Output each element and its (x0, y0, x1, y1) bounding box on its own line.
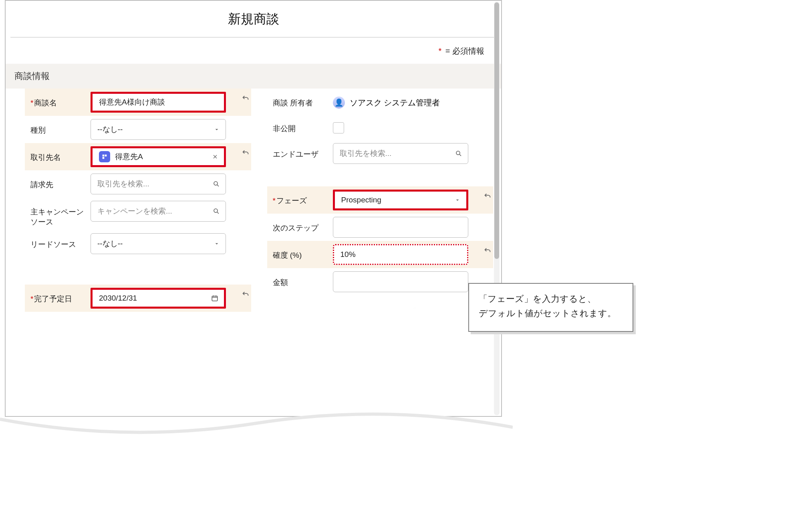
lead-source-select[interactable]: --なし-- (91, 233, 226, 254)
label-close-date: 完了予定日 (34, 295, 72, 303)
private-checkbox[interactable] (333, 122, 344, 133)
asterisk-icon: * (30, 99, 33, 107)
field-owner: 商談 所有者 👤 ソアスク システム管理者 (267, 89, 494, 114)
label-private: 非公開 (267, 117, 333, 134)
required-note: * = 必須情報 (6, 38, 501, 57)
asterisk-icon: * (30, 295, 33, 303)
label-campaign-source: 主キャンペーンソース (25, 201, 91, 227)
label-opportunity-name: 商談名 (34, 99, 57, 107)
search-icon (455, 150, 462, 157)
undo-icon[interactable] (482, 245, 493, 256)
undo-icon[interactable] (240, 289, 251, 300)
scrollbar-thumb[interactable] (494, 2, 499, 259)
svg-rect-2 (103, 157, 105, 159)
field-close-date: *完了予定日 2030/12/31 (25, 285, 251, 312)
field-account-name: 取引先名 得意先A (25, 143, 251, 170)
probability-input[interactable]: 10% (333, 244, 468, 265)
field-next-step: 次のステップ (267, 214, 494, 241)
close-date-input[interactable]: 2030/12/31 (91, 288, 226, 309)
label-next-step: 次のステップ (267, 217, 333, 233)
svg-rect-5 (212, 296, 218, 301)
label-probability: 確度 (%) (267, 244, 333, 261)
owner-name: ソアスク システム管理者 (350, 97, 440, 108)
asterisk-icon: * (273, 196, 276, 205)
undo-icon[interactable] (240, 147, 251, 158)
label-type: 種別 (25, 119, 91, 135)
label-billing: 請求先 (25, 174, 91, 190)
callout: 「フェーズ」を入力すると、 デフォルト値がセットされます。 (468, 283, 633, 332)
campaign-lookup[interactable]: キャンペーンを検索... (91, 201, 226, 222)
account-icon (99, 151, 110, 162)
chevron-down-icon (454, 197, 461, 203)
phase-select[interactable]: Prospecting (333, 190, 468, 210)
chevron-down-icon (214, 240, 220, 247)
label-owner: 商談 所有者 (267, 92, 333, 108)
field-lead-source: リードソース --なし-- (25, 230, 251, 257)
label-account-name: 取引先名 (25, 146, 91, 163)
svg-point-6 (456, 151, 460, 155)
field-private: 非公開 (267, 114, 494, 140)
field-phase: *フェーズ Prospecting (267, 186, 494, 214)
chevron-down-icon (214, 126, 220, 133)
field-type: 種別 --なし-- (25, 116, 251, 143)
section-header: 商談情報 (6, 64, 501, 89)
field-campaign-source: 主キャンペーンソース キャンペーンを検索... (25, 198, 251, 230)
field-amount: 金額 (267, 268, 494, 295)
next-step-input[interactable] (333, 217, 468, 238)
undo-icon[interactable] (482, 190, 493, 202)
callout-line-1: 「フェーズ」を入力すると、 (479, 292, 623, 306)
label-end-user: エンドユーザ (267, 143, 333, 160)
asterisk-icon: * (438, 46, 441, 55)
opportunity-name-input[interactable]: 得意先A様向け商談 (91, 92, 226, 113)
svg-point-3 (214, 182, 218, 185)
account-lookup[interactable]: 得意先A (91, 146, 226, 167)
svg-rect-0 (103, 155, 105, 157)
amount-input[interactable] (333, 271, 468, 292)
end-user-lookup[interactable]: 取引先を検索... (333, 143, 468, 164)
label-amount: 金額 (267, 271, 333, 288)
undo-icon[interactable] (240, 93, 251, 104)
label-phase: フェーズ (276, 196, 307, 205)
search-icon (213, 208, 220, 215)
close-icon[interactable] (212, 154, 218, 160)
new-opportunity-dialog: 新規商談 * = 必須情報 商談情報 *商談名 得意先A様向け商談 種別 (5, 0, 502, 417)
svg-rect-1 (105, 155, 107, 157)
required-note-text: = 必須情報 (445, 46, 484, 55)
type-select[interactable]: --なし-- (91, 119, 226, 140)
calendar-icon[interactable] (211, 295, 218, 302)
field-end-user: エンドユーザ 取引先を検索... (267, 140, 494, 167)
callout-line-2: デフォルト値がセットされます。 (479, 306, 623, 321)
label-lead-source: リードソース (25, 233, 91, 250)
dialog-title: 新規商談 (6, 1, 501, 37)
field-probability: 確度 (%) 10% (267, 241, 494, 268)
field-billing: 請求先 取引先を検索... (25, 170, 251, 198)
billing-lookup[interactable]: 取引先を検索... (91, 174, 226, 194)
scrollbar[interactable] (494, 2, 500, 415)
avatar: 👤 (333, 97, 345, 109)
svg-point-4 (214, 209, 218, 212)
field-opportunity-name: *商談名 得意先A様向け商談 (25, 89, 251, 116)
search-icon (213, 180, 220, 188)
